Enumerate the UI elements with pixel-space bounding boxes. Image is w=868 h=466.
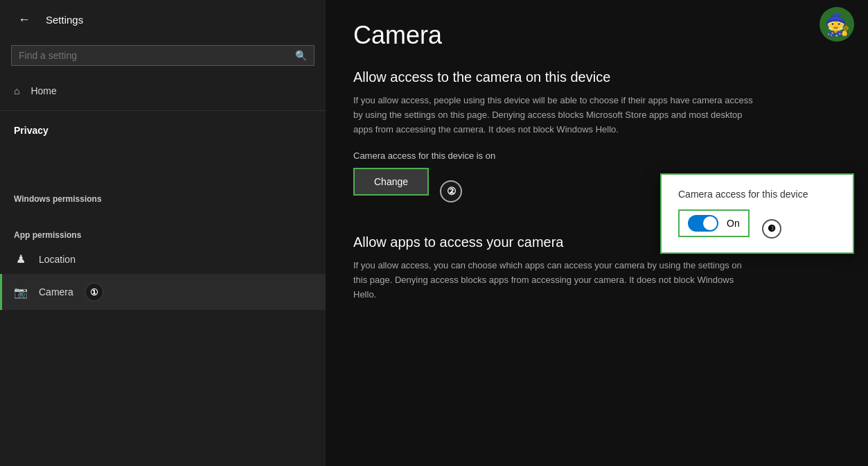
home-label: Home xyxy=(30,85,56,96)
search-icon: 🔍 xyxy=(295,50,307,61)
home-icon: ⌂ xyxy=(14,85,19,96)
avatar-emoji: 🧙 xyxy=(824,12,850,37)
popup-card-title: Camera access for this device xyxy=(678,189,836,200)
section1-title: Allow access to the camera on this devic… xyxy=(353,69,840,85)
sidebar-item-location[interactable]: ♟ Location xyxy=(0,244,326,274)
step-3-circle-popup: ❸ xyxy=(762,219,781,239)
privacy-label: Privacy xyxy=(14,125,48,136)
toggle-row[interactable]: On xyxy=(678,209,750,237)
step-2-circle: ② xyxy=(440,180,462,202)
sidebar-item-privacy[interactable]: Privacy xyxy=(0,116,326,144)
section2-desc: If you allow access, you can choose whic… xyxy=(353,259,755,302)
main-content: 🧙 Camera Allow access to the camera on t… xyxy=(326,0,868,466)
toggle-label: On xyxy=(727,218,740,229)
section1-desc: If you allow access, people using this d… xyxy=(353,94,755,137)
back-button[interactable]: ← xyxy=(12,10,36,30)
camera-label: Camera xyxy=(39,286,73,297)
divider-1 xyxy=(0,110,326,111)
sidebar-item-camera[interactable]: 📷 Camera ① xyxy=(0,274,326,310)
search-box[interactable]: 🔍 xyxy=(11,45,315,66)
popup-card: Camera access for this device On ❸ xyxy=(660,173,854,254)
location-icon: ♟ xyxy=(14,252,28,266)
sidebar: ← Settings 🔍 ⌂ Home Privacy Windows perm… xyxy=(0,0,326,466)
search-input[interactable] xyxy=(19,50,295,61)
section-app-permissions: App permissions xyxy=(0,222,326,244)
location-label: Location xyxy=(39,254,76,265)
change-button[interactable]: Change xyxy=(353,168,429,196)
page-title: Camera xyxy=(353,21,840,50)
section-windows-permissions: Windows permissions xyxy=(0,186,326,208)
sidebar-item-home[interactable]: ⌂ Home xyxy=(0,77,326,105)
step-1-circle: ① xyxy=(85,282,104,302)
avatar: 🧙 xyxy=(820,7,854,42)
toggle-switch[interactable] xyxy=(688,215,718,232)
settings-title: Settings xyxy=(46,14,83,26)
sidebar-header: ← Settings xyxy=(0,0,326,40)
camera-icon: 📷 xyxy=(14,286,28,299)
access-status: Camera access for this device is on xyxy=(353,150,840,161)
